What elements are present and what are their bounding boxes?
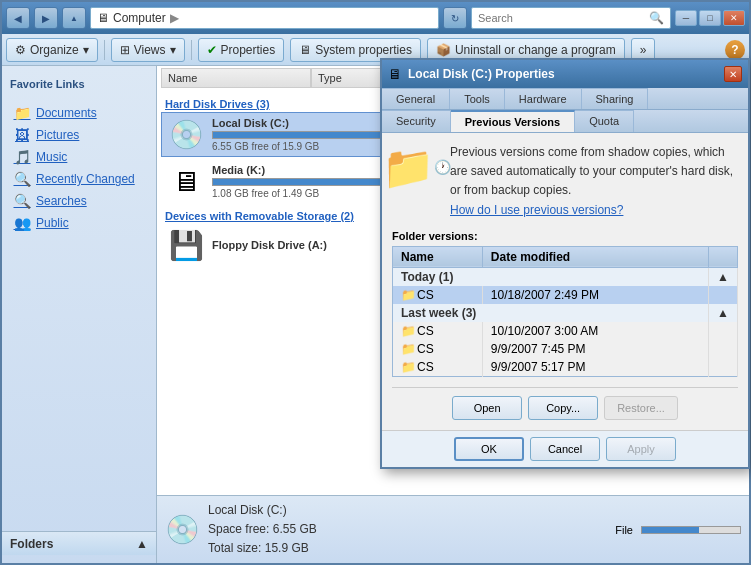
pictures-icon: 🖼 [14,127,30,143]
tab-tools[interactable]: Tools [450,88,505,109]
close-button[interactable]: ✕ [723,10,745,26]
group-today-label: Today (1) [393,267,709,286]
local-disk-c-icon: 💿 [168,119,204,151]
views-icon: ⊞ [120,43,130,57]
music-icon: 🎵 [14,149,30,165]
properties-label: Properties [221,43,276,57]
version-name: 📁CS [393,286,483,304]
sidebar-spacer [2,234,156,531]
tab-sharing[interactable]: Sharing [582,88,649,109]
bottom-space-free: Space free: 6.55 GB [208,520,317,539]
table-row[interactable]: 📁CS 10/18/2007 2:49 PM [393,286,738,304]
version-icon: 📁 [401,360,415,374]
table-row[interactable]: 📁CS 10/10/2007 3:00 AM [393,322,738,340]
sidebar-item-music[interactable]: 🎵 Music [2,146,156,168]
title-bar: ◀ ▶ ▲ 🖥 Computer ▶ ↻ 🔍 ─ □ ✕ [2,2,749,34]
sidebar-section-title: Favorite Links [2,74,156,94]
tab-previous-versions[interactable]: Previous Versions [451,110,575,132]
search-icon: 🔍 [649,11,664,25]
modal-info-text: Previous versions come from shadow copie… [450,143,738,220]
breadcrumb[interactable]: 🖥 Computer ▶ [90,7,439,29]
sidebar-item-pictures[interactable]: 🖼 Pictures [2,124,156,146]
documents-icon: 📁 [14,105,30,121]
folders-toggle-arrow: ▲ [136,537,148,551]
version-icon: 📁 [401,324,415,338]
organize-label: Organize [30,43,79,57]
group-lastweek: Last week (3) ▲ [393,304,738,322]
modal-folder-icon: 📁🕐 [392,143,440,191]
sidebar-item-label: Public [36,216,69,230]
refresh-button[interactable]: ↻ [443,7,467,29]
properties-button[interactable]: ✔ Properties [198,38,285,62]
folder-versions-label: Folder versions: [392,230,738,242]
views-button[interactable]: ⊞ Views ▾ [111,38,185,62]
group-lastweek-expand[interactable]: ▲ [709,304,738,322]
search-bar[interactable]: 🔍 [471,7,671,29]
search-input[interactable] [478,12,649,24]
tab-hardware[interactable]: Hardware [505,88,582,109]
title-controls: ─ □ ✕ [675,10,745,26]
version-date: 9/9/2007 5:17 PM [482,358,708,377]
minimize-button[interactable]: ─ [675,10,697,26]
sidebar-item-documents[interactable]: 📁 Documents [2,102,156,124]
version-expand-cell [709,286,738,304]
version-name: 📁CS [393,340,483,358]
properties-checkmark-icon: ✔ [207,43,217,57]
sidebar-item-public[interactable]: 👥 Public [2,212,156,234]
toolbar-separator-1 [104,40,105,60]
title-bar-left: ◀ ▶ ▲ 🖥 Computer ▶ ↻ 🔍 [6,7,671,29]
bottom-panel: 💿 Local Disk (C:) Space free: 6.55 GB To… [157,495,749,563]
bottom-drive-icon: 💿 [165,513,200,546]
tab-general[interactable]: General [382,88,450,109]
open-button[interactable]: Open [452,396,522,420]
back-button[interactable]: ◀ [6,7,30,29]
sidebar-item-label: Documents [36,106,97,120]
cancel-button[interactable]: Cancel [530,437,600,461]
breadcrumb-text: Computer [113,11,166,25]
apply-button[interactable]: Apply [606,437,676,461]
restore-button[interactable]: Restore... [604,396,678,420]
group-lastweek-label: Last week (3) [393,304,709,322]
organize-button[interactable]: ⚙ Organize ▾ [6,38,98,62]
sidebar-item-label: Pictures [36,128,79,142]
modal-info-link[interactable]: How do I use previous versions? [450,203,623,217]
sidebar-item-recently-changed[interactable]: 🔍 Recently Changed [2,168,156,190]
sidebar-item-searches[interactable]: 🔍 Searches [2,190,156,212]
folders-toggle[interactable]: Folders ▲ [2,531,156,555]
recently-changed-icon: 🔍 [14,171,30,187]
group-today: Today (1) ▲ [393,267,738,286]
uninstall-icon: 📦 [436,43,451,57]
organize-icon: ⚙ [15,43,26,57]
media-k-icon: 🖥 [168,166,204,198]
version-expand-cell [709,340,738,358]
table-row[interactable]: 📁CS 9/9/2007 5:17 PM [393,358,738,377]
modal-title: Local Disk (C:) Properties [408,67,718,81]
forward-button[interactable]: ▶ [34,7,58,29]
bottom-total-size: Total size: 15.9 GB [208,539,317,558]
sidebar: Favorite Links 📁 Documents 🖼 Pictures 🎵 … [2,66,157,563]
bottom-drive-info: Local Disk (C:) Space free: 6.55 GB Tota… [208,501,317,559]
ok-button[interactable]: OK [454,437,524,461]
modal-info-description: Previous versions come from shadow copie… [450,145,733,197]
copy-button[interactable]: Copy... [528,396,598,420]
system-properties-icon: 🖥 [299,43,311,57]
modal-content: 📁🕐 Previous versions come from shadow co… [382,133,748,430]
modal-ok-cancel-row: OK Cancel Apply [382,430,748,467]
version-name: 📁CS [393,322,483,340]
maximize-button[interactable]: □ [699,10,721,26]
modal-close-button[interactable]: ✕ [724,66,742,82]
help-button[interactable]: ? [725,40,745,60]
group-today-expand[interactable]: ▲ [709,267,738,286]
properties-dialog: 🖥 Local Disk (C:) Properties ✕ General T… [380,58,750,469]
more-label: » [640,43,647,57]
version-name: 📁CS [393,358,483,377]
breadcrumb-arrow: ▶ [170,11,179,25]
up-button[interactable]: ▲ [62,7,86,29]
tab-security[interactable]: Security [382,110,451,132]
col-header-name[interactable]: Name [161,68,311,88]
version-date: 9/9/2007 7:45 PM [482,340,708,358]
tab-quota[interactable]: Quota [575,110,634,132]
searches-icon: 🔍 [14,193,30,209]
table-row[interactable]: 📁CS 9/9/2007 7:45 PM [393,340,738,358]
sidebar-item-label: Music [36,150,67,164]
